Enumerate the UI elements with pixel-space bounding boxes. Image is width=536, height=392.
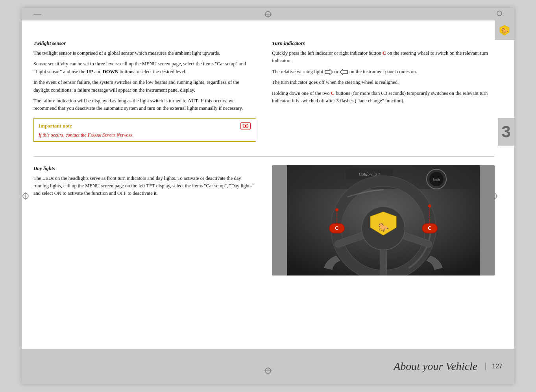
bottom-bar: About your Vehicle 127 (22, 349, 514, 384)
steering-wheel-image-container: California T km/h (272, 165, 495, 276)
lower-section: Day lights The LEDs on the headlights se… (33, 165, 495, 276)
button-c-1: C (383, 50, 386, 56)
button-c-2: C (331, 91, 335, 96)
day-lights-title: Day lights (33, 165, 256, 172)
important-note-text: If this occurs, contact the Ferrari Serv… (39, 132, 251, 138)
chapter-number: 3 (501, 122, 510, 141)
top-bar-left-decoration (33, 14, 41, 15)
twilight-para-4: The failure indication will be displayed… (33, 97, 256, 113)
twilight-para-1: The twilight sensor is comprised of a gl… (33, 50, 256, 57)
svg-text:California T: California T (359, 172, 381, 176)
chapter-bar: 3 (498, 118, 514, 146)
svg-point-38 (428, 204, 431, 207)
svg-point-3 (497, 11, 502, 16)
turn-para-4: Holding down one of the two C buttons (f… (272, 90, 495, 105)
bottom-bar-crosshair (264, 367, 272, 376)
steering-wheel-image: California T km/h (272, 165, 495, 276)
day-lights-para: The LEDs on the headlights serve as fron… (33, 175, 256, 198)
svg-text:🐎: 🐎 (501, 28, 508, 34)
bottom-bar-text-area: About your Vehicle 127 (394, 360, 514, 373)
turn-indicators-title: Turn indicators (272, 40, 495, 46)
svg-text:C: C (335, 225, 339, 231)
top-bar-right-decoration (496, 10, 503, 18)
left-margin-crosshair (22, 192, 30, 200)
arrow-left-indicator (340, 69, 348, 75)
twilight-para-3: In the event of sensor failure, the syst… (33, 79, 256, 94)
turn-para-1: Quickly press the left indicator or righ… (272, 50, 495, 65)
important-note-icon (240, 122, 251, 130)
svg-text:🐎: 🐎 (378, 222, 389, 233)
svg-text:C: C (428, 225, 432, 231)
day-lights-section: Day lights The LEDs on the headlights se… (33, 165, 256, 276)
turn-para-3: The turn indicator goes off when the ste… (272, 79, 495, 86)
top-bar (22, 8, 514, 20)
ferrari-logo: 🐎 (495, 20, 514, 40)
important-note-header: Important note (39, 122, 251, 130)
svg-point-36 (335, 208, 338, 211)
twilight-sensor-title: Twilight sensor (33, 40, 256, 46)
upper-columns: Twilight sensor The twilight sensor is c… (33, 40, 495, 144)
arrow-right-indicator (324, 69, 333, 75)
svg-point-14 (245, 125, 246, 126)
svg-marker-15 (325, 69, 333, 75)
ferrari-service-name: Ferrari Service Network (88, 132, 133, 138)
twilight-para-2: Sensor sensitivity can be set to three l… (33, 60, 256, 76)
section-divider (33, 156, 495, 157)
turn-indicators-section: Turn indicators Quickly press the left i… (272, 40, 495, 144)
svg-text:km/h: km/h (433, 178, 440, 181)
svg-marker-16 (340, 69, 347, 75)
turn-para-2: The relative warning light or on the ins… (272, 68, 495, 76)
top-bar-center-crosshair (264, 10, 272, 18)
important-note-box: Important note If this occu (33, 118, 256, 142)
steering-wheel-svg: California T km/h (272, 165, 495, 276)
important-note-label: Important note (39, 123, 72, 129)
footer-title: About your Vehicle (394, 360, 477, 373)
page-number: 127 (485, 363, 503, 370)
twilight-sensor-section: Twilight sensor The twilight sensor is c… (33, 40, 256, 144)
content-area: Twilight sensor The twilight sensor is c… (33, 40, 495, 349)
